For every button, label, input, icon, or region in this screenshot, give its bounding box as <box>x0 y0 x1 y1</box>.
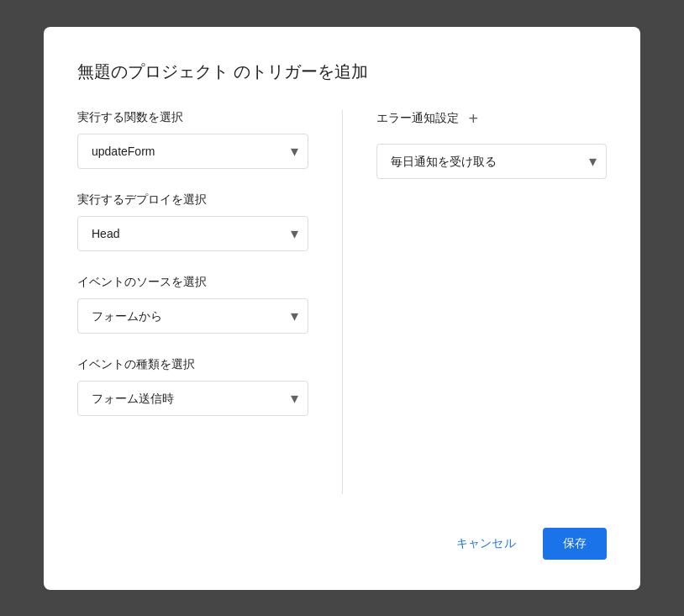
save-button[interactable]: 保存 <box>543 528 607 560</box>
modal-overlay: 無題のプロジェクト のトリガーを追加 実行する関数を選択 updateForm … <box>0 0 684 616</box>
right-column: エラー通知設定 + 毎日通知を受け取る 毎週通知を受け取る 今すぐ通知を受け取る… <box>343 110 608 494</box>
function-label: 実行する関数を選択 <box>77 110 308 125</box>
event-type-select-wrapper: フォーム送信時 フォームを開いたとき ▾ <box>77 381 308 416</box>
notification-select[interactable]: 毎日通知を受け取る 毎週通知を受け取る 今すぐ通知を受け取る <box>376 144 608 179</box>
event-type-field-group: イベントの種類を選択 フォーム送信時 フォームを開いたとき ▾ <box>77 357 308 416</box>
dialog-title: 無題のプロジェクト のトリガーを追加 <box>77 61 607 83</box>
left-column: 実行する関数を選択 updateForm myFunction onOpen ▾… <box>77 110 343 494</box>
event-source-label: イベントのソースを選択 <box>77 275 308 290</box>
deploy-select[interactable]: Head <box>77 216 308 251</box>
error-header: エラー通知設定 + <box>376 110 608 127</box>
dialog-body: 実行する関数を選択 updateForm myFunction onOpen ▾… <box>77 110 607 494</box>
deploy-select-wrapper: Head ▾ <box>77 216 308 251</box>
event-type-select[interactable]: フォーム送信時 フォームを開いたとき <box>77 381 308 416</box>
event-source-select[interactable]: フォームから 時間主導型 スプレッドシートから <box>77 298 308 334</box>
function-field-group: 実行する関数を選択 updateForm myFunction onOpen ▾ <box>77 110 308 169</box>
error-notification-label: エラー通知設定 <box>376 111 459 126</box>
add-notification-icon[interactable]: + <box>469 110 479 127</box>
deploy-label: 実行するデプロイを選択 <box>77 192 308 208</box>
dialog-footer: キャンセル 保存 <box>77 528 607 560</box>
event-source-field-group: イベントのソースを選択 フォームから 時間主導型 スプレッドシートから ▾ <box>77 275 308 334</box>
deploy-field-group: 実行するデプロイを選択 Head ▾ <box>77 192 308 251</box>
function-select[interactable]: updateForm myFunction onOpen <box>77 134 308 169</box>
dialog: 無題のプロジェクト のトリガーを追加 実行する関数を選択 updateForm … <box>44 27 640 590</box>
function-select-wrapper: updateForm myFunction onOpen ▾ <box>77 134 308 169</box>
cancel-button[interactable]: キャンセル <box>443 529 529 558</box>
event-source-select-wrapper: フォームから 時間主導型 スプレッドシートから ▾ <box>77 298 308 334</box>
event-type-label: イベントの種類を選択 <box>77 357 308 372</box>
notification-select-wrapper: 毎日通知を受け取る 毎週通知を受け取る 今すぐ通知を受け取る ▾ <box>376 144 608 179</box>
